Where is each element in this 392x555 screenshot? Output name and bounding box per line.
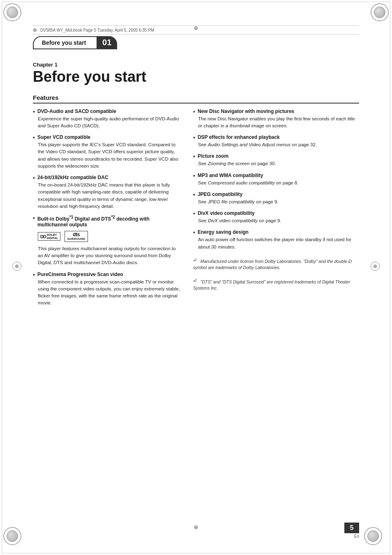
footnote-2: *2 "DTS" and "DTS Digital Surround" are … bbox=[193, 278, 359, 292]
bullet-icon: • bbox=[193, 173, 195, 179]
corner-ornament-top-right bbox=[364, 3, 389, 28]
main-content: Chapter 1 Before you start Features • DV… bbox=[33, 53, 359, 522]
side-reg-left: ⊕ bbox=[12, 262, 21, 271]
corner-ornament-bottom-left bbox=[3, 527, 28, 552]
feature-energy: • Energy saving design An auto power-off… bbox=[193, 229, 359, 251]
chapter-number-text: 01 bbox=[102, 38, 111, 47]
feature-purecinema-title-row: • PureCinema Progressive Scan video bbox=[33, 272, 181, 278]
features-heading: Features bbox=[33, 94, 359, 104]
feature-mp3-wma: • MP3 and WMA compatibility See Compress… bbox=[193, 173, 359, 187]
feature-dvd-audio-text: Experience the super high-quality audio … bbox=[38, 115, 181, 130]
top-center-mark: ⊕ bbox=[194, 25, 198, 31]
feature-dvd-audio-title: DVD-Audio and SACD compatible bbox=[37, 108, 116, 114]
page-title: Before you start bbox=[33, 69, 359, 85]
feature-dolby-dts-text: This player features multichannel analog… bbox=[38, 245, 181, 267]
feature-dsp-title-row: • DSP effects for enhanced playback bbox=[193, 134, 359, 140]
page-number-box: 5 bbox=[344, 523, 359, 533]
center-registration-mark: ⊕ bbox=[194, 524, 198, 530]
feature-picture-zoom-text: See Zooming the screen on page 30. bbox=[198, 160, 359, 167]
feature-mp3-wma-title-row: • MP3 and WMA compatibility bbox=[193, 173, 359, 179]
feature-disc-nav-title: New Disc Navigator with moving pictures bbox=[198, 108, 294, 114]
feature-jpeg-title-row: • JPEG compatibility bbox=[193, 191, 359, 198]
bullet-icon: • bbox=[193, 154, 195, 159]
feature-dolby-dts-title: Built-in Dolby*1 Digital and DTS*2 decod… bbox=[37, 215, 181, 228]
page-number-text: 5 bbox=[350, 524, 354, 531]
bullet-icon: • bbox=[193, 135, 195, 140]
feature-dac-title: 24-bit/192kHz compatible DAC bbox=[37, 175, 108, 180]
feature-super-vcd: • Super VCD compatible This player suppo… bbox=[33, 134, 181, 170]
feature-jpeg-text: See JPEG file compatibility on page 9. bbox=[198, 198, 359, 205]
feature-super-vcd-title-row: • Super VCD compatible bbox=[33, 134, 181, 140]
feature-divx: • DivX video compatibility See DivX vide… bbox=[193, 210, 359, 224]
features-columns: • DVD-Audio and SACD compatible Experien… bbox=[33, 108, 359, 312]
feature-mp3-wma-title: MP3 and WMA compatibility bbox=[198, 173, 263, 178]
feature-disc-nav-text: The new Disc Navigator enables you play … bbox=[198, 115, 359, 130]
feature-picture-zoom-title-row: • Picture zoom bbox=[193, 153, 359, 159]
feature-super-vcd-title: Super VCD compatible bbox=[37, 134, 90, 140]
feature-divx-text: See DivX video compatibility on page 9. bbox=[198, 217, 359, 224]
feature-energy-text: An auto power-off function switches the … bbox=[198, 236, 359, 251]
feature-purecinema-title: PureCinema Progressive Scan video bbox=[37, 272, 123, 277]
page-number-area: 5 En bbox=[344, 523, 359, 539]
meta-icon: ⊕ bbox=[33, 27, 37, 33]
corner-ornament-top-left bbox=[3, 3, 28, 28]
chapter-label: Chapter 1 bbox=[33, 62, 359, 68]
feature-energy-title-row: • Energy saving design bbox=[193, 229, 359, 235]
side-reg-right: ⊕ bbox=[371, 262, 380, 271]
feature-disc-nav: • New Disc Navigator with moving picture… bbox=[193, 108, 359, 130]
bullet-icon: • bbox=[33, 215, 35, 221]
feature-dsp: • DSP effects for enhanced playback See … bbox=[193, 134, 359, 148]
feature-dsp-title: DSP effects for enhanced playback bbox=[198, 134, 280, 140]
feature-jpeg-title: JPEG compatibility bbox=[198, 191, 242, 197]
feature-purecinema-text: When connected to a progressive scan-com… bbox=[38, 279, 181, 307]
left-column: • DVD-Audio and SACD compatible Experien… bbox=[33, 108, 181, 312]
page-lang-text: En bbox=[354, 534, 359, 539]
feature-mp3-wma-text: See Compressed audio compatibility on pa… bbox=[198, 180, 359, 187]
feature-divx-title-row: • DivX video compatibility bbox=[193, 210, 359, 216]
feature-energy-title: Energy saving design bbox=[198, 229, 249, 235]
footnote-1: *1 Manufactured under license from Dolby… bbox=[193, 257, 359, 271]
dts-logo: dts SURROUND bbox=[65, 231, 88, 242]
corner-ornament-bottom-right bbox=[364, 527, 389, 552]
feature-dac-text: The on-board 24-bit/192kHz DAC means tha… bbox=[38, 182, 181, 210]
feature-dvd-audio: • DVD-Audio and SACD compatible Experien… bbox=[33, 108, 181, 130]
feature-dsp-text: See Audio Settings and Video Adjust menu… bbox=[198, 141, 359, 148]
bullet-icon: • bbox=[33, 175, 35, 181]
bullet-icon: • bbox=[193, 192, 195, 198]
bullet-icon: • bbox=[193, 230, 195, 235]
feature-disc-nav-title-row: • New Disc Navigator with moving picture… bbox=[193, 108, 359, 115]
feature-dolby-dts-title-row: • Built-in Dolby*1 Digital and DTS*2 dec… bbox=[33, 215, 181, 228]
feature-purecinema: • PureCinema Progressive Scan video When… bbox=[33, 272, 181, 307]
bullet-icon: • bbox=[193, 211, 195, 216]
feature-jpeg: • JPEG compatibility See JPEG file compa… bbox=[193, 191, 359, 205]
feature-divx-title: DivX video compatibility bbox=[198, 210, 255, 216]
feature-picture-zoom-title: Picture zoom bbox=[198, 153, 228, 159]
feature-dvd-audio-title-row: • DVD-Audio and SACD compatible bbox=[33, 108, 181, 115]
bullet-icon: • bbox=[33, 272, 35, 278]
header-band: Before you start 01 bbox=[33, 36, 359, 49]
logo-row: DD DOLBY DIGITAL dts SURROUND bbox=[38, 231, 181, 242]
feature-dac-title-row: • 24-bit/192kHz compatible DAC bbox=[33, 175, 181, 181]
chapter-number-box: 01 bbox=[97, 36, 117, 49]
feature-dac: • 24-bit/192kHz compatible DAC The on-bo… bbox=[33, 175, 181, 210]
dolby-logo: DD DOLBY DIGITAL bbox=[38, 232, 60, 241]
meta-text: DV585A WY_Mid.book Page 5 Tuesday, April… bbox=[40, 28, 154, 32]
section-tab: Before you start 01 bbox=[33, 36, 117, 49]
feature-super-vcd-text: This player supports the IEC's Super VCD… bbox=[38, 141, 181, 170]
feature-dolby-dts: • Built-in Dolby*1 Digital and DTS*2 dec… bbox=[33, 215, 181, 267]
bullet-icon: • bbox=[193, 109, 195, 115]
feature-picture-zoom: • Picture zoom See Zooming the screen on… bbox=[193, 153, 359, 167]
bullet-icon: • bbox=[33, 109, 35, 115]
right-column: • New Disc Navigator with moving picture… bbox=[193, 108, 359, 312]
bullet-icon: • bbox=[33, 135, 35, 140]
